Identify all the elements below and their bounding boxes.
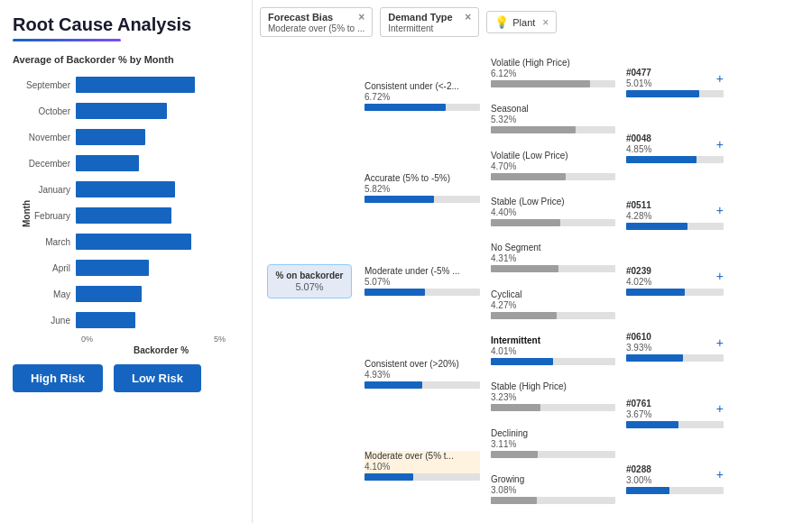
bar-label: September: [20, 80, 76, 90]
plant-node: #0477 5.01% +: [626, 68, 724, 97]
bar-track: [76, 129, 241, 145]
bottom-buttons: High Risk Low Risk: [13, 364, 241, 392]
bar-label: April: [20, 263, 76, 273]
forecast-bias-node: Accurate (5% to -5%) 5.82%: [364, 173, 480, 203]
bar-chart: September October November December Janu…: [20, 72, 241, 333]
forecast-bias-node: Consistent under (<-2... 6.72%: [364, 81, 480, 111]
demand-node-value: 4.27%: [491, 300, 615, 310]
demand-type-filter[interactable]: Demand Type × Intermittent: [380, 7, 479, 37]
forecast-bias-node: Moderate under (-5% ... 5.07%: [364, 266, 480, 296]
high-risk-button[interactable]: High Risk: [13, 364, 103, 392]
demand-type-node: Intermittent 4.01%: [491, 335, 615, 365]
demand-node-label: Intermittent: [491, 335, 615, 346]
plant-filter[interactable]: 💡 Plant ×: [486, 11, 557, 33]
demand-node-label: Stable (High Price): [491, 381, 615, 392]
plant-expand-button[interactable]: +: [716, 335, 724, 350]
plant-node: #0288 3.00% +: [626, 464, 724, 494]
bar-label: January: [20, 185, 76, 195]
fc-node-label: Accurate (5% to -5%): [364, 173, 480, 184]
bar-row: October: [20, 98, 241, 124]
bar-fill: [76, 286, 142, 302]
bar-fill: [76, 155, 139, 171]
filters-row: Forecast Bias × Moderate over (5% to ...…: [260, 7, 805, 37]
bar-fill: [76, 181, 175, 197]
bar-track: [76, 77, 241, 93]
bar-label: June: [20, 316, 76, 326]
demand-type-node: Stable (Low Price) 4.40%: [491, 197, 615, 226]
demand-node-value: 4.31%: [491, 253, 615, 263]
bar-fill: [76, 260, 149, 276]
plant-node-label: #0761: [626, 399, 651, 409]
plant-node-label: #0048: [626, 133, 651, 144]
bar-fill: [76, 129, 145, 145]
plant-node: #0610 3.93% +: [626, 332, 724, 362]
forecast-bias-label: Forecast Bias: [268, 12, 333, 23]
demand-node-label: Growing: [491, 474, 615, 485]
demand-node-label: Cyclical: [491, 289, 615, 300]
col-root: % on backorder 5.07%: [260, 46, 359, 516]
demand-node-label: Seasonal: [491, 104, 615, 115]
y-axis-label: Month: [22, 200, 32, 227]
bar-row: June: [20, 307, 241, 333]
bar-fill: [76, 103, 167, 119]
plant-expand-button[interactable]: +: [716, 269, 724, 283]
bar-row: September: [20, 72, 241, 97]
low-risk-button[interactable]: Low Risk: [114, 364, 201, 392]
plant-node: #0761 3.67% +: [626, 399, 724, 428]
axis-labels: 0% 5%: [81, 335, 226, 344]
fc-node-value: 4.10%: [364, 462, 480, 472]
fc-node-value: 5.82%: [364, 184, 480, 194]
demand-type-node: Volatile (Low Price) 4.70%: [491, 151, 615, 180]
title-underline: [13, 39, 121, 41]
col-fc-bias: Consistent under (<-2... 6.72% Accurate …: [359, 46, 485, 516]
forecast-bias-value: Moderate over (5% to ...: [268, 23, 364, 33]
demand-node-label: Stable (Low Price): [491, 197, 615, 207]
demand-type-node: Volatile (High Price) 6.12%: [491, 58, 615, 87]
plant-expand-button[interactable]: +: [716, 467, 724, 482]
fc-node-label: Consistent over (>20%): [364, 359, 480, 370]
bar-fill: [76, 312, 135, 328]
plant-node: #0048 4.85% +: [626, 133, 724, 163]
fc-node-value: 5.07%: [364, 277, 480, 287]
plant-expand-button[interactable]: +: [716, 71, 724, 86]
bar-track: [76, 155, 241, 171]
demand-node-label: Volatile (Low Price): [491, 151, 615, 161]
demand-type-value: Intermittent: [388, 23, 471, 33]
forecast-bias-node: Consistent over (>20%) 4.93%: [364, 359, 480, 389]
plant-expand-button[interactable]: +: [716, 401, 724, 416]
bar-row: December: [20, 151, 241, 176]
plant-node-label: #0477: [626, 68, 651, 78]
plant-close[interactable]: ×: [542, 16, 549, 29]
demand-node-label: No Segment: [491, 243, 615, 253]
bar-fill: [76, 207, 171, 224]
page-title: Root Cause Analysis: [13, 14, 241, 35]
bar-fill: [76, 234, 191, 250]
fc-node-label: Consistent under (<-2...: [364, 81, 480, 92]
plant-node-label: #0610: [626, 332, 651, 343]
plant-label: Plant: [512, 17, 535, 28]
forecast-bias-node: Moderate over (5% t... 4.10%: [364, 451, 480, 481]
plant-node: #0239 4.02% +: [626, 266, 724, 296]
bar-label: March: [20, 237, 76, 247]
plant-icon: 💡: [494, 15, 509, 29]
bar-track: [76, 103, 241, 119]
bar-row: February: [20, 203, 241, 228]
demand-type-node: Cyclical 4.27%: [491, 289, 615, 319]
x-axis-title: Backorder %: [81, 345, 241, 355]
bar-row: April: [20, 255, 241, 280]
fc-node-value: 6.72%: [364, 92, 480, 102]
bar-row: November: [20, 124, 241, 150]
fc-node-label: Moderate over (5% t...: [364, 451, 480, 462]
forecast-bias-close[interactable]: ×: [358, 11, 364, 23]
root-node: % on backorder 5.07%: [267, 264, 351, 298]
plant-expand-button[interactable]: +: [716, 137, 724, 151]
plant-expand-button[interactable]: +: [716, 203, 724, 217]
demand-type-node: Declining 3.11%: [491, 428, 615, 458]
forecast-bias-filter[interactable]: Forecast Bias × Moderate over (5% to ...: [260, 7, 373, 37]
demand-type-close[interactable]: ×: [465, 11, 471, 23]
plant-node-label: #0239: [626, 266, 651, 277]
bar-track: [76, 234, 241, 250]
fc-node-value: 4.93%: [364, 370, 480, 380]
demand-node-value: 5.32%: [491, 115, 615, 124]
col-demand: Volatile (High Price) 6.12% Seasonal 5.3…: [485, 46, 621, 516]
